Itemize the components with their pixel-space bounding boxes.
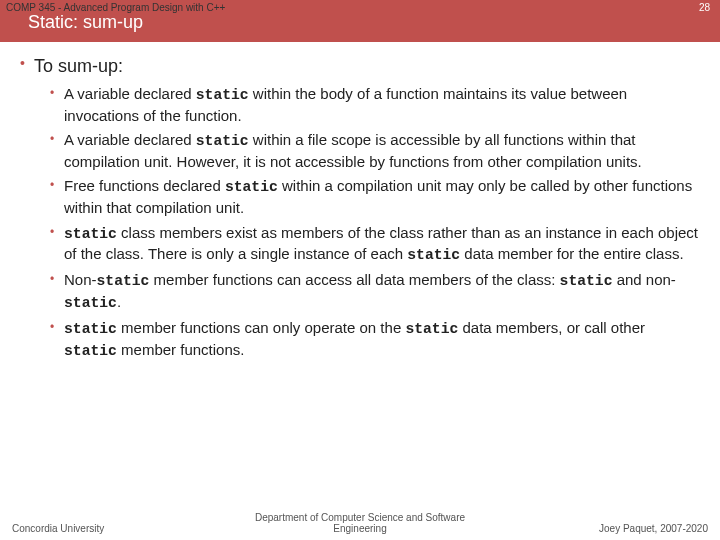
list-item: • A variable declared static within the … [50, 84, 700, 126]
slide: COMP 345 - Advanced Program Design with … [0, 0, 720, 540]
keyword-static: static [196, 87, 249, 103]
list-item: • A variable declared static within a fi… [50, 130, 700, 172]
keyword-static: static [225, 179, 278, 195]
footer-right: Joey Paquet, 2007-2020 [476, 523, 708, 534]
text-fragment: . [117, 293, 121, 310]
text-fragment: member functions can access all data mem… [149, 271, 559, 288]
bullet-dot-icon: • [50, 318, 64, 362]
bullet-dot-icon: • [50, 223, 64, 267]
footer-left: Concordia University [12, 523, 244, 534]
keyword-static: static [560, 273, 613, 289]
keyword-static: static [405, 321, 458, 337]
keyword-static: static [64, 295, 117, 311]
list-item: • Non-static member functions can access… [50, 270, 700, 314]
keyword-static: static [64, 321, 117, 337]
list-item-text: A variable declared static within a file… [64, 130, 700, 172]
list-item: • static member functions can only opera… [50, 318, 700, 362]
text-fragment: member functions. [117, 341, 245, 358]
text-fragment: Non- [64, 271, 97, 288]
text-fragment: A variable declared [64, 131, 196, 148]
keyword-static: static [196, 133, 249, 149]
footer-center: Department of Computer Science and Softw… [244, 512, 476, 534]
list-item-text: Free functions declared static within a … [64, 176, 700, 218]
keyword-static: static [407, 247, 460, 263]
course-title: COMP 345 - Advanced Program Design with … [6, 2, 225, 13]
list-item-text: static class members exist as members of… [64, 223, 700, 267]
list-item-text: static member functions can only operate… [64, 318, 700, 362]
heading-bullet: • To sum-up: [20, 54, 700, 78]
slide-header: COMP 345 - Advanced Program Design with … [0, 0, 720, 42]
text-fragment: Free functions declared [64, 177, 225, 194]
bullet-dot-icon: • [50, 176, 64, 218]
heading-text: To sum-up: [34, 54, 123, 78]
text-fragment: and non- [612, 271, 675, 288]
list-item-text: A variable declared static within the bo… [64, 84, 700, 126]
list-item-text: Non-static member functions can access a… [64, 270, 700, 314]
bullet-dot-icon: • [50, 130, 64, 172]
slide-footer: Concordia University Department of Compu… [0, 516, 720, 540]
text-fragment: A variable declared [64, 85, 196, 102]
list-item: • static class members exist as members … [50, 223, 700, 267]
text-fragment: member functions can only operate on the [117, 319, 406, 336]
keyword-static: static [64, 226, 117, 242]
slide-number: 28 [699, 2, 710, 13]
keyword-static: static [97, 273, 150, 289]
list-item: • Free functions declared static within … [50, 176, 700, 218]
bullet-dot-icon: • [50, 270, 64, 314]
keyword-static: static [64, 343, 117, 359]
text-fragment: data member for the entire class. [460, 245, 683, 262]
sub-bullet-list: • A variable declared static within the … [20, 84, 700, 361]
slide-content: • To sum-up: • A variable declared stati… [0, 42, 720, 516]
text-fragment: data members, or call other [458, 319, 645, 336]
bullet-dot-icon: • [20, 54, 34, 78]
bullet-dot-icon: • [50, 84, 64, 126]
